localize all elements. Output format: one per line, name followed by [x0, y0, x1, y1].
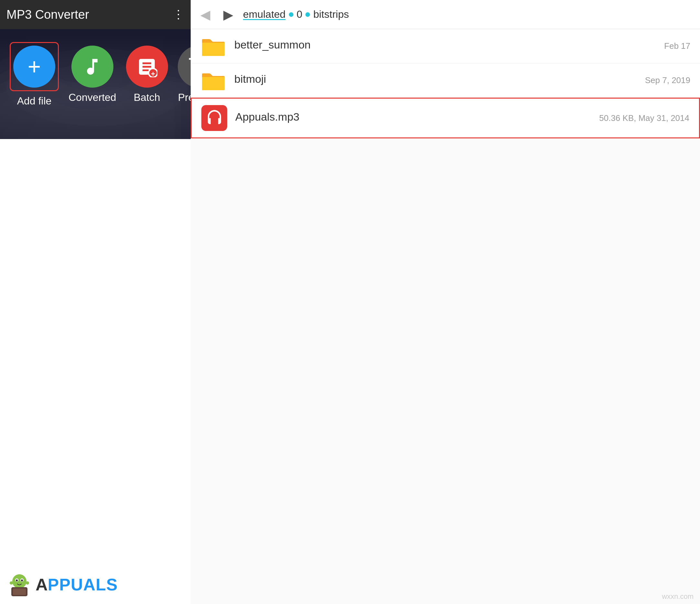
- appuals-meta: 50.36 KB, May 31, 2014: [599, 113, 689, 123]
- appuals-info: Appuals.mp3: [235, 111, 591, 126]
- batch-label: Batch: [134, 92, 160, 103]
- breadcrumb-dot-2: [305, 12, 310, 17]
- breadcrumb-emulated[interactable]: emulated: [243, 8, 286, 20]
- converted-circle: [71, 46, 114, 88]
- watermark-logo: [6, 572, 32, 598]
- better-summon-meta: Feb 17: [664, 41, 690, 51]
- folder-icon-bitmoji: [200, 70, 226, 91]
- breadcrumb-bar: emulated 0 bitstrips: [243, 8, 694, 20]
- headphones-icon: [205, 109, 223, 127]
- converted-label: Converted: [69, 92, 116, 103]
- breadcrumb-bitstrips[interactable]: bitstrips: [313, 8, 349, 20]
- appuals-size-date: 50.36 KB, May 31, 2014: [599, 113, 689, 123]
- svg-point-6: [16, 579, 18, 581]
- bitmoji-date: Sep 7, 2019: [645, 75, 690, 86]
- svg-point-3: [12, 574, 26, 588]
- left-panel: MP3 Converter ⋮ + Add file: [0, 0, 191, 604]
- watermark: APPUALS: [6, 572, 118, 598]
- bitmoji-name: bitmoji: [234, 73, 637, 86]
- music-note-icon: [82, 56, 103, 77]
- plus-icon: +: [28, 54, 41, 79]
- right-panel: ◀ ▶ emulated 0 bitstrips better_summon F…: [191, 0, 700, 604]
- batch-button[interactable]: + Batch: [126, 46, 168, 103]
- bitmoji-info: bitmoji: [234, 73, 637, 88]
- file-item-better-summon[interactable]: better_summon Feb 17: [191, 29, 700, 64]
- better-summon-info: better_summon: [234, 39, 656, 54]
- mp3-icon-appuals: [201, 105, 227, 131]
- site-watermark: wxxn.com: [662, 593, 694, 601]
- file-browser-header: ◀ ▶ emulated 0 bitstrips: [191, 0, 700, 29]
- premium-circle: [178, 46, 191, 88]
- back-button[interactable]: ◀: [197, 5, 214, 24]
- svg-rect-9: [13, 588, 26, 595]
- folder-icon-better-summon: [200, 35, 226, 56]
- svg-point-7: [21, 579, 23, 581]
- wave-header: + Add file Converted: [0, 29, 191, 139]
- app-title: MP3 Converter: [6, 8, 89, 22]
- breadcrumb-dot-1: [289, 12, 294, 17]
- menu-icon[interactable]: ⋮: [173, 8, 184, 21]
- batch-circle: +: [126, 46, 168, 88]
- left-content: [0, 139, 191, 604]
- add-file-button[interactable]: + Add file: [10, 42, 59, 107]
- add-file-label: Add file: [17, 95, 52, 107]
- premium-button[interactable]: Premium: [178, 46, 191, 103]
- premium-label: Premium: [178, 92, 191, 103]
- svg-point-10: [10, 581, 13, 585]
- appuals-name: Appuals.mp3: [235, 111, 591, 123]
- action-buttons: + Add file Converted: [0, 35, 191, 114]
- cart-icon: [188, 56, 191, 77]
- add-file-circle: +: [13, 46, 55, 88]
- batch-icon: +: [136, 56, 157, 77]
- file-item-bitmoji[interactable]: bitmoji Sep 7, 2019: [191, 64, 700, 98]
- better-summon-name: better_summon: [234, 39, 656, 51]
- breadcrumb-zero[interactable]: 0: [297, 8, 302, 20]
- file-item-appuals-mp3[interactable]: Appuals.mp3 50.36 KB, May 31, 2014: [191, 98, 700, 138]
- file-list: better_summon Feb 17 bitmoji Sep 7, 2019: [191, 29, 700, 604]
- bitmoji-meta: Sep 7, 2019: [645, 75, 690, 86]
- forward-button[interactable]: ▶: [220, 5, 236, 24]
- better-summon-date: Feb 17: [664, 41, 690, 51]
- converted-button[interactable]: Converted: [69, 46, 116, 103]
- watermark-text: APPUALS: [35, 575, 118, 594]
- svg-point-11: [26, 581, 29, 585]
- svg-text:+: +: [151, 70, 155, 77]
- toolbar: MP3 Converter ⋮: [0, 0, 191, 29]
